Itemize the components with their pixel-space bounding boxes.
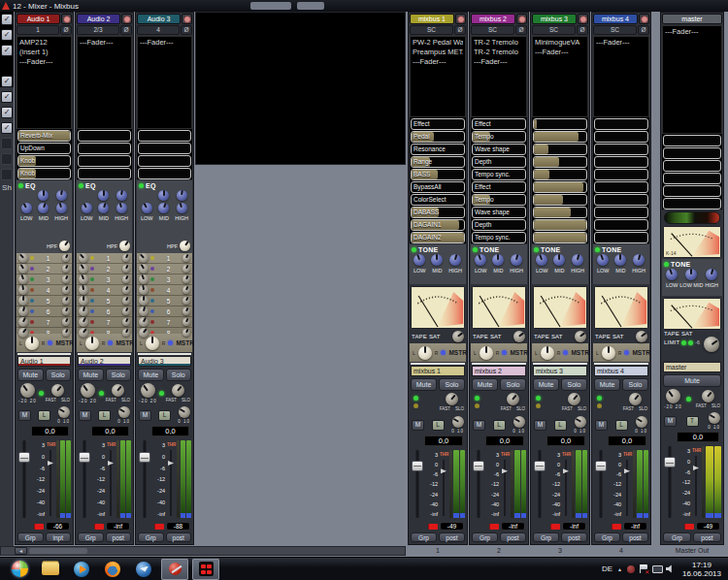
meter-point-button[interactable]: post <box>106 532 132 542</box>
plugin-control-slider[interactable] <box>594 194 648 206</box>
level-readout[interactable]: -inf <box>562 522 586 531</box>
record-indicator-button[interactable] <box>455 14 466 24</box>
level-readout[interactable]: -49 <box>696 522 720 531</box>
send-trim-knob[interactable] <box>182 265 190 273</box>
group-button[interactable]: Grp <box>17 532 44 542</box>
mute-button[interactable]: Mute <box>411 378 437 391</box>
plugin-control-slider[interactable]: BASS <box>411 169 465 180</box>
thunderbird-taskbar-button[interactable] <box>130 559 157 580</box>
send-level-knob[interactable] <box>18 306 28 316</box>
sidechain-button[interactable]: SC <box>532 25 576 35</box>
fader-track[interactable] <box>412 448 423 520</box>
eq-led[interactable] <box>139 183 144 188</box>
plugin-control-slider[interactable]: DAGAIN1 <box>411 219 465 231</box>
compressor-amount-knob[interactable] <box>636 416 647 428</box>
master-send-level-bar[interactable] <box>411 363 465 365</box>
send-trim-knob[interactable] <box>122 329 130 337</box>
plugin-control-slider[interactable] <box>533 156 587 168</box>
plugin-control-slider[interactable]: Tempo sync. <box>472 169 526 180</box>
plugin-control-slider[interactable]: Range <box>411 156 465 168</box>
fader-handle[interactable] <box>473 461 484 471</box>
action-center-icon[interactable]: ✕ <box>640 564 647 573</box>
gain-display[interactable]: 0,0 <box>151 426 189 436</box>
strip-visible-checkbox[interactable] <box>2 170 12 179</box>
compressor-speed-knob[interactable] <box>112 384 124 397</box>
eq-mid-freq-knob[interactable] <box>98 203 109 213</box>
threshold-slider[interactable] <box>170 450 172 516</box>
plugin-control-slider[interactable] <box>533 219 587 231</box>
plugin-control-slider[interactable] <box>663 185 721 197</box>
eq-low-gain-knob[interactable] <box>21 203 32 213</box>
record-indicator-button[interactable] <box>121 14 132 24</box>
plugin-control-slider[interactable]: Knob <box>17 155 71 167</box>
phase-button[interactable]: Ø <box>638 25 649 35</box>
strip-visible-checkbox[interactable]: ✓ <box>2 46 12 55</box>
send-trim-knob[interactable] <box>62 265 70 273</box>
plugin-control-slider[interactable]: Reverb-Mix <box>17 130 71 142</box>
plugin-control-slider[interactable] <box>594 118 648 130</box>
solo-button[interactable]: Solo <box>106 369 132 381</box>
tone-mid-knob[interactable] <box>492 254 504 266</box>
plugin-control-slider[interactable] <box>138 155 191 167</box>
listen-button[interactable]: L <box>493 420 506 431</box>
tone-low-knob[interactable] <box>597 254 609 266</box>
master-send-level-bar[interactable] <box>533 363 587 365</box>
listen-button[interactable]: L <box>615 420 628 431</box>
strip-visible-checkbox[interactable]: ✓ <box>2 77 12 86</box>
start-taskbar-button[interactable] <box>6 559 33 580</box>
fader-handle[interactable] <box>79 452 90 463</box>
plugin-control-slider[interactable] <box>138 168 191 179</box>
strip-name-button[interactable]: master <box>662 14 722 24</box>
strip-name-button[interactable]: Audio 2 <box>77 14 120 24</box>
mono-button[interactable]: M <box>595 420 608 431</box>
tape-button[interactable]: T <box>686 416 699 427</box>
threshold-slider[interactable] <box>443 460 445 516</box>
strip-visible-checkbox[interactable]: ✓ <box>2 15 12 24</box>
send-level-knob[interactable] <box>139 274 149 284</box>
level-readout[interactable]: -88 <box>166 522 190 531</box>
plugin-control-slider[interactable]: Wave shape <box>472 207 526 218</box>
plugin-control-slider[interactable]: Effect <box>411 118 465 130</box>
plugin-control-slider[interactable]: Tempo <box>472 194 526 206</box>
phase-button[interactable]: Ø <box>60 25 72 35</box>
level-readout[interactable]: -inf <box>623 522 647 531</box>
strip-name-button[interactable]: Audio 1 <box>17 14 60 24</box>
eq-low-gain-knob[interactable] <box>82 203 92 213</box>
plugin-control-slider[interactable] <box>663 198 721 209</box>
clip-indicator[interactable] <box>685 524 694 530</box>
plugin-control-slider[interactable] <box>78 130 131 142</box>
plugin-control-slider[interactable]: Tempo sync. <box>472 232 526 243</box>
threshold-handle[interactable] <box>48 461 53 466</box>
strip-name-button[interactable]: mixbus 4 <box>593 14 638 24</box>
send-level-knob[interactable] <box>18 285 28 295</box>
strip-visible-checkbox[interactable]: ✓ <box>2 108 12 117</box>
send-level-knob[interactable] <box>79 253 88 263</box>
threshold-slider[interactable] <box>695 456 697 516</box>
plugin-control-slider[interactable] <box>533 194 587 206</box>
plugin-control-slider[interactable] <box>594 181 648 193</box>
mono-button[interactable]: M <box>18 410 31 421</box>
eq-high-gain-knob[interactable] <box>56 190 67 201</box>
solo-button[interactable]: Solo <box>46 369 72 381</box>
send-trim-knob[interactable] <box>122 307 130 315</box>
plugin-control-slider[interactable] <box>78 168 131 179</box>
send-level-knob[interactable] <box>79 285 88 295</box>
tone-high-knob[interactable] <box>511 254 522 266</box>
compressor-amount-knob[interactable] <box>118 406 130 418</box>
processor-box[interactable]: TR-2 TremoloTR-2 Tremolo---Fader--- <box>471 36 527 117</box>
clip-indicator[interactable] <box>490 524 499 530</box>
compressor-amount-knob[interactable] <box>513 416 525 428</box>
plugin-control-slider[interactable]: Knob <box>17 168 71 179</box>
send-level-knob[interactable] <box>139 306 149 316</box>
send-level-knob[interactable] <box>139 317 149 327</box>
eq-high-freq-knob[interactable] <box>177 203 187 213</box>
tone-mid-knob[interactable] <box>614 254 626 266</box>
send-trim-knob[interactable] <box>182 286 190 294</box>
threshold-slider[interactable] <box>50 450 51 516</box>
compressor-speed-knob[interactable] <box>629 393 642 405</box>
strip-name-button[interactable]: Audio 3 <box>137 14 181 24</box>
threshold-slider[interactable] <box>504 460 506 516</box>
listen-button[interactable]: L <box>98 410 111 421</box>
threshold-handle[interactable] <box>168 461 174 466</box>
window-titlebar[interactable]: 12 - Mixer - Mixbus <box>0 0 728 12</box>
